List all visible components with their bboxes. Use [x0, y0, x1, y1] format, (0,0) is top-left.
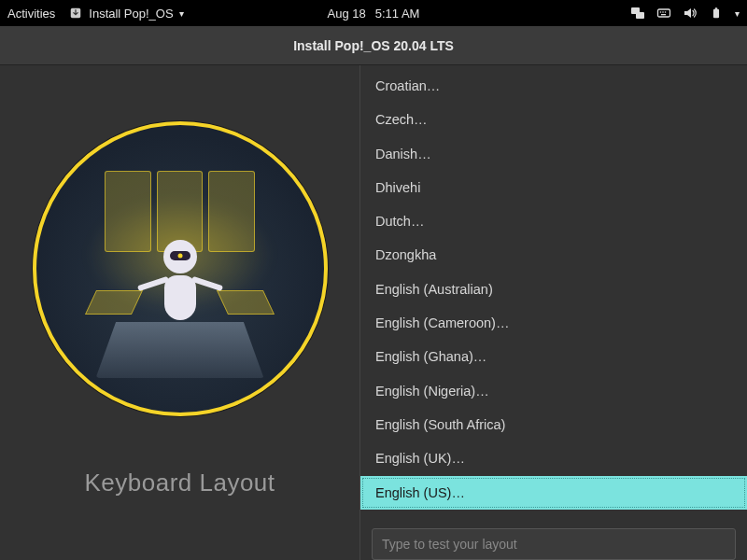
layout-option[interactable]: Croatian…	[360, 69, 747, 103]
app-menu-label: Install Pop!_OS	[89, 7, 173, 21]
svg-rect-9	[715, 7, 718, 9]
system-tray[interactable]: ▾	[630, 6, 740, 21]
installer-content: Keyboard Layout Croatian…Czech…Danish…Dh…	[0, 65, 747, 560]
page-title: Keyboard Layout	[84, 469, 275, 497]
activities-button[interactable]: Activities	[7, 7, 55, 21]
app-menu[interactable]: Install Pop!_OS ▾	[68, 6, 183, 21]
svg-point-5	[662, 11, 664, 13]
installer-icon	[68, 6, 83, 21]
window-titlebar: Install Pop!_OS 20.04 LTS	[0, 26, 747, 65]
svg-rect-2	[636, 12, 644, 19]
layout-option[interactable]: Dutch…	[360, 204, 747, 238]
layout-option[interactable]: English (South Africa)	[360, 408, 747, 441]
keyboard-layout-list[interactable]: Croatian…Czech…Danish…DhivehiDutch…Dzong…	[360, 69, 747, 519]
layout-option[interactable]: Czech…	[360, 103, 747, 136]
hero-illustration	[33, 121, 328, 416]
network-icon	[630, 6, 645, 21]
layout-option[interactable]: Danish…	[360, 137, 747, 171]
clock[interactable]: Aug 18 5:11 AM	[328, 7, 420, 21]
keyboard-indicator-icon	[656, 6, 671, 21]
gnome-topbar: Activities Install Pop!_OS ▾ Aug 18 5:11…	[0, 0, 747, 26]
window-title: Install Pop!_OS 20.04 LTS	[293, 38, 454, 53]
layout-option[interactable]: English (Australian)	[360, 273, 747, 306]
layout-option[interactable]: English (UK)…	[360, 441, 747, 475]
layout-option[interactable]: English (Nigeria)…	[360, 374, 747, 408]
clock-date: Aug 18	[328, 7, 366, 21]
svg-rect-7	[661, 14, 666, 15]
test-layout-input[interactable]	[372, 528, 736, 560]
test-input-container	[360, 519, 747, 560]
svg-rect-8	[713, 9, 719, 19]
layout-option[interactable]: English (Cameroon)…	[360, 306, 747, 340]
layout-option[interactable]: Dzongkha	[360, 238, 747, 272]
right-pane: Croatian…Czech…Danish…DhivehiDutch…Dzong…	[359, 65, 747, 560]
clock-time: 5:11 AM	[375, 7, 420, 21]
layout-option[interactable]: English (US)…	[360, 476, 747, 510]
svg-point-4	[660, 11, 662, 13]
battery-icon	[709, 6, 724, 21]
svg-point-6	[665, 11, 667, 13]
chevron-down-icon: ▾	[735, 8, 740, 19]
topbar-left: Activities Install Pop!_OS ▾	[7, 6, 184, 21]
left-pane: Keyboard Layout	[0, 65, 359, 560]
volume-icon	[683, 6, 698, 21]
chevron-down-icon: ▾	[179, 8, 184, 19]
layout-option[interactable]: English (Ghana)…	[360, 340, 747, 373]
svg-rect-3	[658, 9, 670, 17]
layout-option[interactable]: Dhivehi	[360, 171, 747, 204]
